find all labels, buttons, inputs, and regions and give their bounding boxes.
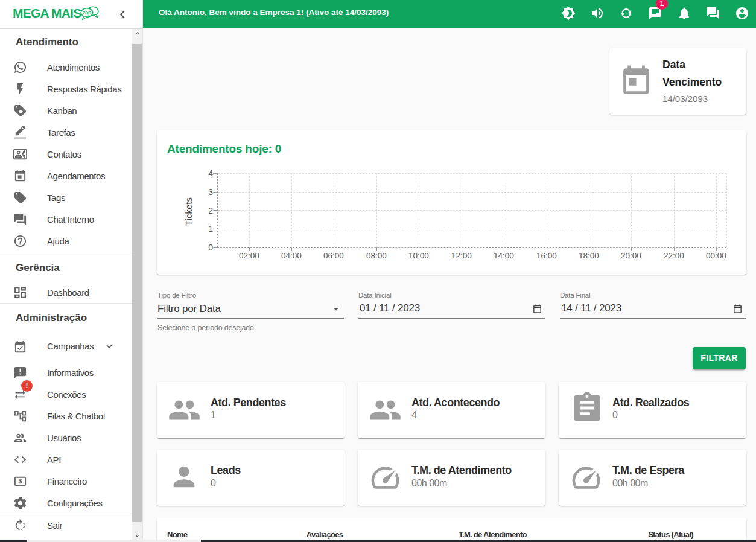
svg-text:zap: zap bbox=[83, 10, 91, 16]
svg-text:$: $ bbox=[19, 477, 22, 485]
